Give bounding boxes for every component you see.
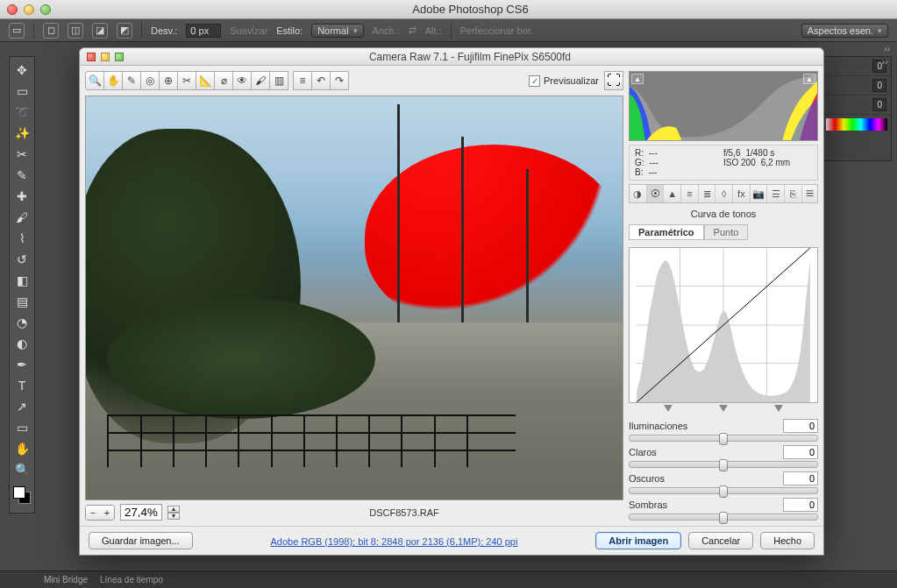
path-tool-icon[interactable]: ↗ xyxy=(10,397,34,416)
gradient-tool-icon[interactable]: ▤ xyxy=(10,292,34,311)
cr-targeted-adjust-icon[interactable]: ⊕ xyxy=(159,71,178,90)
darks-slider[interactable] xyxy=(629,487,818,494)
selection-subtract-icon[interactable]: ◪ xyxy=(92,23,108,39)
cr-crop-tool-icon[interactable]: ✂ xyxy=(177,71,196,90)
color-swatches[interactable] xyxy=(13,486,31,504)
healing-tool-icon[interactable]: ✚ xyxy=(10,187,34,206)
selection-intersect-icon[interactable]: ◩ xyxy=(117,23,132,39)
highlights-input[interactable] xyxy=(783,419,818,433)
tab-lens-icon[interactable]: ◊ xyxy=(715,185,733,202)
minibridge-tab[interactable]: Mini Bridge xyxy=(44,575,88,584)
foreground-color-swatch[interactable] xyxy=(13,486,25,499)
selection-add-icon[interactable]: ◫ xyxy=(68,23,83,39)
color-g-value[interactable]: 0 xyxy=(872,79,886,92)
preview-image[interactable] xyxy=(85,96,623,500)
shadow-clip-warning-icon[interactable]: ▲ xyxy=(631,74,644,84)
tab-tone-curve-icon[interactable]: ⦿ xyxy=(647,185,665,202)
cr-zoom-icon[interactable] xyxy=(115,53,124,61)
panel-menu-icon[interactable]: ≡ xyxy=(802,186,817,202)
subtab-point[interactable]: Punto xyxy=(704,224,749,240)
shadows-slider[interactable] xyxy=(629,514,818,521)
cr-straighten-icon[interactable]: 📐 xyxy=(196,71,215,90)
zoom-step-up[interactable]: ▲ xyxy=(167,506,180,513)
feather-input[interactable] xyxy=(186,24,221,38)
cr-zoom-tool-icon[interactable]: 🔍 xyxy=(85,71,104,90)
type-tool-icon[interactable]: T xyxy=(10,376,34,395)
filename-label: DSCF8573.RAF xyxy=(185,507,623,518)
save-image-button[interactable]: Guardar imagen... xyxy=(89,532,193,549)
tab-camera-icon[interactable]: 📷 xyxy=(751,185,768,202)
wand-tool-icon[interactable]: ✨ xyxy=(10,124,34,143)
zoom-icon[interactable] xyxy=(40,4,51,15)
style-select[interactable]: Normal▾ xyxy=(311,24,363,38)
zoom-step-down[interactable]: ▼ xyxy=(167,513,180,520)
timeline-tab[interactable]: Línea de tiempo xyxy=(100,575,163,584)
subtab-parametric[interactable]: Paramétrico xyxy=(629,224,704,240)
collapse-chevron-icon[interactable]: ›› xyxy=(884,44,890,53)
cr-redeye-icon[interactable]: 👁 xyxy=(232,71,252,90)
tone-curve-plot[interactable] xyxy=(629,247,818,403)
shadows-input[interactable] xyxy=(783,498,818,512)
blur-tool-icon[interactable]: ◔ xyxy=(10,313,34,332)
shape-tool-icon[interactable]: ▭ xyxy=(10,418,34,437)
tab-hsl-icon[interactable]: ≡ xyxy=(681,185,699,202)
zoom-value-input[interactable] xyxy=(120,504,162,521)
eraser-tool-icon[interactable]: ◧ xyxy=(10,271,34,290)
zoom-tool-icon[interactable]: 🔍 xyxy=(10,460,34,479)
shadows-label: Sombras xyxy=(629,499,667,510)
cr-graduated-filter-icon[interactable]: ▥ xyxy=(269,71,288,90)
fullscreen-icon[interactable]: ⛶ xyxy=(604,71,623,90)
tab-detail-icon[interactable]: ▲ xyxy=(664,185,681,202)
hand-tool-icon[interactable]: ✋ xyxy=(10,439,34,458)
preview-checkbox[interactable]: ✓ xyxy=(529,75,540,87)
marquee-tool-indicator-icon[interactable]: ▭ xyxy=(9,23,25,39)
darks-input[interactable] xyxy=(783,471,818,485)
cr-hand-tool-icon[interactable]: ✋ xyxy=(103,71,123,90)
panel-collapse-icon[interactable]: ›› xyxy=(879,57,891,69)
workspace-select[interactable]: Aspectos esen.▾ xyxy=(801,24,888,38)
selection-new-icon[interactable]: ◻ xyxy=(43,23,59,39)
marquee-tool-icon[interactable]: ▭ xyxy=(10,81,34,101)
close-icon[interactable] xyxy=(7,4,18,15)
pen-tool-icon[interactable]: ✒ xyxy=(10,355,34,374)
tab-split-toning-icon[interactable]: ≣ xyxy=(699,185,716,202)
lights-input[interactable] xyxy=(783,445,818,459)
lights-slider[interactable] xyxy=(629,461,818,468)
color-b-value[interactable]: 0 xyxy=(872,98,886,111)
cr-close-icon[interactable] xyxy=(87,53,96,61)
lasso-tool-icon[interactable]: ➰ xyxy=(10,103,34,122)
tab-basic-icon[interactable]: ◑ xyxy=(630,185,647,202)
color-ramp[interactable] xyxy=(826,118,887,131)
cr-rotate-cw-icon[interactable]: ↷ xyxy=(330,71,349,90)
cr-rotate-ccw-icon[interactable]: ↶ xyxy=(311,71,331,90)
tab-presets-icon[interactable]: ☰ xyxy=(767,185,785,202)
brush-tool-icon[interactable]: 🖌 xyxy=(10,208,34,227)
refine-edge-button[interactable]: Perfeccionar bor. xyxy=(460,25,533,36)
cancel-button[interactable]: Cancelar xyxy=(688,532,753,549)
done-button[interactable]: Hecho xyxy=(760,532,815,549)
move-tool-icon[interactable]: ✥ xyxy=(10,60,34,80)
cr-color-sampler-icon[interactable]: ◎ xyxy=(140,71,160,90)
cr-spot-removal-icon[interactable]: ⌀ xyxy=(214,71,233,90)
cr-minimize-icon[interactable] xyxy=(101,53,110,61)
minimize-icon[interactable] xyxy=(24,4,34,15)
zoom-in-button[interactable]: + xyxy=(100,506,114,520)
tab-snapshots-icon[interactable]: ⎘ xyxy=(785,185,802,202)
crop-tool-icon[interactable]: ✂ xyxy=(10,145,34,164)
tab-effects-icon[interactable]: fx xyxy=(733,185,751,202)
highlight-clip-warning-icon[interactable]: ▲ xyxy=(803,74,815,84)
cr-adjustment-brush-icon[interactable]: 🖌 xyxy=(251,71,270,90)
stamp-tool-icon[interactable]: ⌇ xyxy=(10,229,34,248)
region-split-handles[interactable] xyxy=(629,405,818,412)
highlights-slider[interactable] xyxy=(629,435,818,442)
exif-readout: R:--- G:--- B:--- f/5,61/480 s ISO 2006,… xyxy=(629,145,818,181)
height-label: Alt.: xyxy=(425,25,442,36)
dodge-tool-icon[interactable]: ◐ xyxy=(10,334,34,353)
eyedropper-tool-icon[interactable]: ✎ xyxy=(10,166,34,185)
open-image-button[interactable]: Abrir imagen xyxy=(595,532,681,549)
cr-prefs-icon[interactable]: ≡ xyxy=(293,71,312,90)
cr-wb-tool-icon[interactable]: ✎ xyxy=(122,71,141,90)
zoom-out-button[interactable]: − xyxy=(86,506,100,520)
workflow-options-link[interactable]: Adobe RGB (1998); bit 8; 2848 por 2136 (… xyxy=(271,536,518,547)
history-brush-icon[interactable]: ↺ xyxy=(10,250,34,269)
